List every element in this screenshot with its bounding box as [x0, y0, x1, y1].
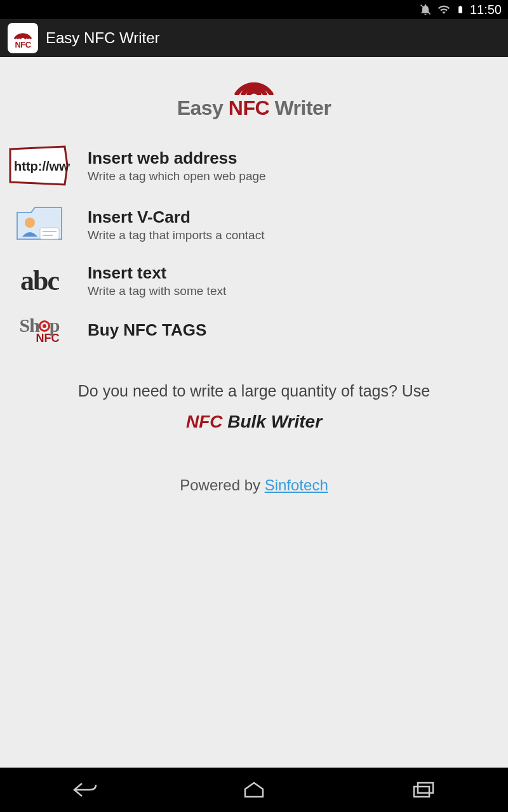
menu-item-vcard[interactable]: Insert V-Card Write a tag that imports a…	[0, 195, 508, 254]
menu-item-subtitle: Write a tag which open web page	[88, 169, 498, 183]
svg-point-3	[25, 218, 35, 228]
app-icon: NFC	[8, 23, 38, 53]
clock: 11:50	[470, 3, 502, 17]
svg-rect-8	[418, 783, 433, 793]
menu-item-subtitle: Write a tag with some text	[88, 284, 498, 298]
battery-icon	[456, 3, 465, 16]
brand-writer: Writer	[274, 96, 331, 119]
http-icon: http://www	[9, 145, 70, 186]
home-button[interactable]	[225, 774, 283, 806]
bulk-writer-link[interactable]: NFC Bulk Writer	[0, 412, 508, 432]
action-bar: NFC Easy NFC Writer	[0, 19, 508, 57]
recent-apps-button[interactable]	[395, 774, 452, 806]
content: Easy NFC Writer http://www Insert web ad…	[0, 57, 508, 507]
brand-block: Easy NFC Writer	[0, 57, 508, 136]
status-bar: 11:50	[0, 0, 508, 19]
menu-item-subtitle: Write a tag that imports a contact	[88, 228, 498, 242]
svg-rect-7	[414, 787, 429, 797]
abc-icon: abc	[9, 265, 70, 297]
svg-text:http://www: http://www	[14, 159, 70, 173]
menu-item-title: Buy NFC TAGS	[88, 320, 498, 340]
menu-item-web-address[interactable]: http://www Insert web address Write a ta…	[0, 136, 508, 195]
action-bar-title: Easy NFC Writer	[46, 29, 160, 47]
brand-text: Easy NFC Writer	[0, 96, 508, 120]
menu-item-title: Insert web address	[88, 148, 498, 168]
menu-item-text[interactable]: abc Insert text Write a tag with some te…	[0, 254, 508, 307]
menu-item-buy-tags[interactable]: Shp NFC Buy NFC TAGS	[0, 307, 508, 353]
wifi-icon	[437, 3, 451, 16]
powered-by: Powered by Sinfotech	[0, 476, 508, 494]
sinfotech-link[interactable]: Sinfotech	[265, 476, 328, 494]
nfc-icon-label: NFC	[15, 40, 30, 49]
brand-nfc: NFC	[229, 96, 269, 119]
mute-icon	[419, 3, 432, 16]
vcard-icon	[9, 204, 70, 246]
menu-item-title: Insert V-Card	[88, 207, 498, 227]
shop-nfc-icon: Shp NFC	[9, 316, 70, 344]
brand-easy: Easy	[177, 96, 224, 119]
menu-item-title: Insert text	[88, 263, 498, 283]
promo-text: Do you need to write a large quantity of…	[0, 353, 508, 400]
svg-rect-4	[40, 228, 59, 239]
navigation-bar	[0, 768, 508, 812]
nfc-arcs-icon	[13, 27, 32, 39]
brand-arcs-icon	[0, 69, 508, 95]
back-button[interactable]	[56, 774, 113, 806]
